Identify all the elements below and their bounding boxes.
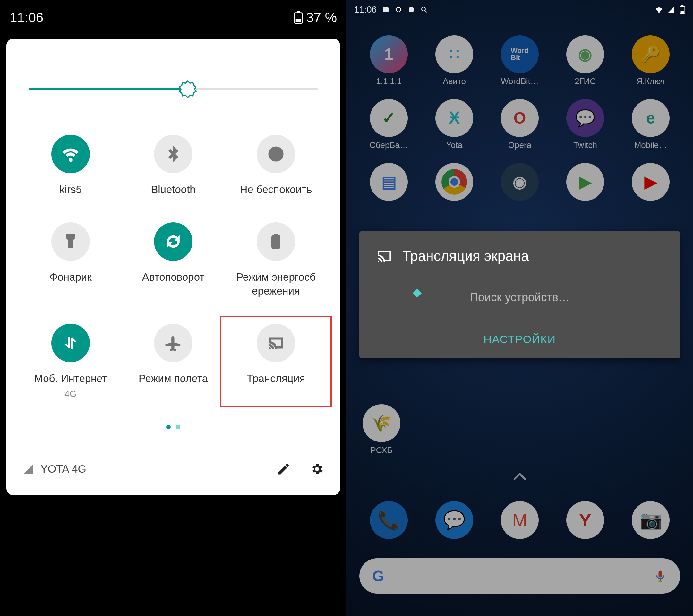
tile-label: Режим полета	[139, 372, 208, 386]
screen-quick-settings: 11:06 37 % kirs5	[0, 0, 346, 616]
image-notif-icon	[382, 6, 390, 14]
tile-label: Не беспокоить	[240, 183, 312, 197]
cast-dialog: Трансляция экрана Поиск устройств… НАСТР…	[359, 231, 680, 358]
mobile-data-icon	[51, 324, 90, 362]
tile-wifi[interactable]: kirs5	[22, 135, 119, 197]
edit-icon[interactable]	[277, 462, 291, 476]
brightness-thumb-icon	[179, 80, 197, 98]
screen-home-cast-dialog: 11:06 11.1.1.1 ∷Авито WordBitWordBit… ◉2…	[346, 0, 693, 616]
tile-airplane-mode[interactable]: Режим полета	[125, 324, 221, 399]
bluetooth-icon	[154, 135, 193, 173]
dialog-settings-button[interactable]: НАСТРОЙКИ	[375, 326, 664, 349]
svg-line-12	[425, 11, 427, 12]
autorotate-icon	[154, 222, 193, 261]
tile-label: Моб. Интернет	[34, 372, 107, 386]
qs-tiles-grid: kirs5 Bluetooth Не беспокоить	[16, 122, 331, 412]
dialog-title: Трансляция экрана	[402, 248, 529, 264]
tile-label: Bluetooth	[151, 183, 195, 197]
brightness-slider[interactable]	[29, 74, 318, 103]
signal-icon	[22, 463, 34, 475]
tile-label: Трансляция	[247, 372, 305, 386]
wifi-icon	[655, 6, 663, 14]
tile-cast[interactable]: Трансляция	[220, 316, 332, 407]
wifi-icon	[51, 135, 90, 173]
slider-fill	[29, 88, 188, 90]
notif-icon	[395, 6, 402, 14]
tile-battery-saver[interactable]: Режим энергосб ережения	[228, 222, 324, 298]
notif-square-icon	[408, 6, 415, 14]
signal-icon	[667, 6, 675, 14]
svg-rect-1	[297, 11, 300, 13]
svg-rect-7	[274, 234, 277, 236]
svg-rect-15	[681, 11, 684, 13]
tile-label: kirs5	[59, 183, 82, 197]
tile-label: Режим энергосб ережения	[228, 271, 324, 298]
qs-footer: YOTA 4G	[16, 449, 331, 489]
battery-icon	[294, 11, 303, 24]
tile-bluetooth[interactable]: Bluetooth	[125, 135, 221, 197]
svg-rect-8	[383, 7, 389, 12]
status-time: 11:06	[9, 10, 43, 25]
svg-point-9	[396, 7, 401, 12]
svg-rect-10	[409, 7, 414, 12]
svg-rect-2	[296, 19, 301, 22]
svg-rect-14	[681, 5, 684, 6]
carrier-info[interactable]: YOTA 4G	[22, 463, 86, 475]
battery-status: 37 %	[294, 10, 337, 25]
battery-percent: 37 %	[306, 10, 337, 25]
battery-icon	[679, 5, 685, 14]
svg-point-11	[421, 7, 425, 11]
dnd-icon	[257, 135, 295, 173]
page-indicator	[16, 412, 331, 449]
tile-label: Фонарик	[50, 271, 92, 284]
battery-saver-icon	[257, 222, 295, 261]
tile-mobile-data[interactable]: Моб. Интернет 4G	[22, 324, 119, 399]
airplane-icon	[154, 324, 193, 362]
tile-label: Автоповорот	[142, 271, 205, 284]
status-bar: 11:06	[346, 0, 693, 19]
dialog-body: Поиск устройств…	[375, 281, 664, 326]
spinner-icon	[413, 289, 421, 298]
settings-icon[interactable]	[310, 462, 324, 476]
page-dot-active	[166, 425, 171, 429]
tile-flashlight[interactable]: Фонарик	[22, 222, 119, 298]
page-dot	[176, 425, 180, 429]
status-bar: 11:06 37 %	[0, 0, 346, 35]
cast-icon	[375, 247, 393, 265]
tile-sublabel: 4G	[64, 389, 76, 399]
svg-marker-3	[179, 81, 196, 97]
flashlight-icon	[51, 222, 90, 261]
carrier-label: YOTA 4G	[40, 463, 86, 475]
tile-do-not-disturb[interactable]: Не беспокоить	[228, 135, 324, 197]
status-time: 11:06	[354, 4, 377, 15]
quick-settings-panel: kirs5 Bluetooth Не беспокоить	[6, 39, 340, 495]
tile-autorotate[interactable]: Автоповорот	[125, 222, 221, 298]
search-icon	[420, 6, 428, 14]
cast-icon	[257, 324, 295, 362]
